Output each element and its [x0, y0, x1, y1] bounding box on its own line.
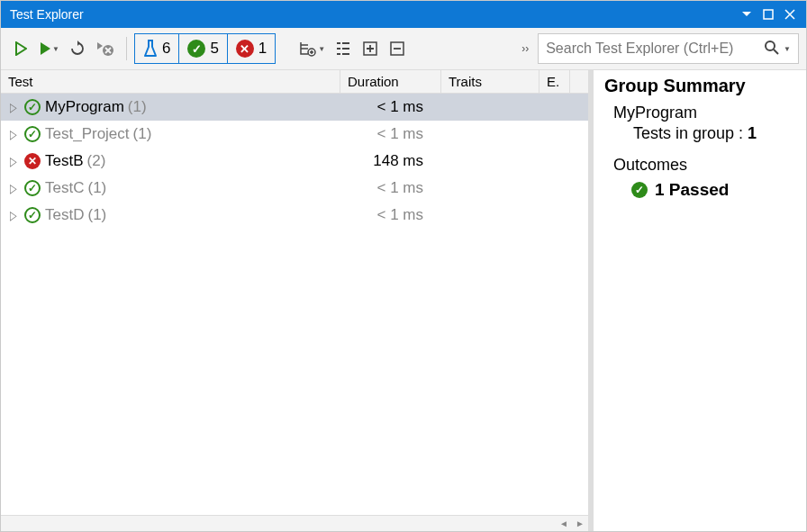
test-list-panel: Test Duration Traits E. ▷MyProgram (1)< …: [1, 70, 594, 531]
test-count-filter-group: 6 ✓ 5 ✕ 1: [134, 33, 276, 64]
test-duration: < 1 ms: [340, 125, 441, 143]
expand-icon[interactable]: ▷: [10, 154, 19, 167]
search-box[interactable]: ▼: [538, 33, 799, 64]
test-count: (2): [87, 152, 106, 170]
test-duration: 148 ms: [340, 152, 441, 170]
test-rows: ▷MyProgram (1)< 1 ms▷Test_Project (1)< 1…: [1, 94, 588, 531]
titlebar: Test Explorer: [1, 1, 806, 28]
playlist-button[interactable]: ▼: [295, 35, 329, 62]
group-by-button[interactable]: [331, 35, 356, 62]
test-count: (1): [133, 125, 152, 143]
fail-icon: [23, 152, 41, 171]
filter-passed-count: 5: [210, 40, 218, 58]
group-name: MyProgram: [613, 104, 795, 122]
scroll-right-icon[interactable]: ►: [572, 518, 588, 528]
test-row[interactable]: ▷MyProgram (1)< 1 ms: [1, 94, 588, 121]
test-row[interactable]: ▷Test_Project (1)< 1 ms: [1, 121, 588, 148]
test-count: (1): [87, 179, 106, 197]
separator: [126, 37, 127, 60]
tests-in-group: Tests in group : 1: [633, 124, 795, 143]
expand-icon[interactable]: ▷: [10, 127, 19, 140]
run-button[interactable]: ▼: [35, 35, 63, 62]
expand-all-button[interactable]: [358, 35, 383, 62]
run-all-button[interactable]: [8, 35, 33, 62]
window-title: Test Explorer: [10, 7, 736, 22]
pass-icon: [23, 125, 41, 144]
flask-icon: [143, 40, 158, 58]
col-traits[interactable]: Traits: [441, 70, 540, 93]
repeat-button[interactable]: [65, 35, 90, 62]
collapse-all-button[interactable]: [385, 35, 410, 62]
filter-failed-count: 1: [258, 40, 267, 58]
test-row[interactable]: ▷TestB (2)148 ms: [1, 148, 588, 175]
test-name: Test_Project: [45, 125, 130, 143]
toolbar: ▼ 6 ✓ 5 ✕ 1 ▼: [1, 28, 806, 70]
scroll-left-icon[interactable]: ◄: [556, 518, 572, 528]
expand-icon[interactable]: ▷: [10, 100, 19, 113]
pass-icon: [23, 206, 41, 225]
pass-icon: [23, 179, 41, 198]
test-duration: < 1 ms: [340, 98, 441, 116]
summary-heading: Group Summary: [604, 76, 795, 96]
filter-all-count: 6: [162, 40, 170, 58]
col-duration[interactable]: Duration: [340, 70, 441, 93]
test-count: (1): [87, 206, 106, 224]
test-name: MyProgram: [45, 98, 124, 116]
pass-icon: [23, 98, 41, 117]
filter-all-button[interactable]: 6: [135, 34, 179, 63]
test-duration: < 1 ms: [340, 206, 441, 224]
test-name: TestC: [45, 179, 84, 197]
search-input[interactable]: [546, 41, 758, 57]
detail-panel: Group Summary MyProgram Tests in group :…: [594, 70, 806, 531]
horizontal-scrollbar[interactable]: ◄ ►: [1, 515, 588, 531]
column-headers: Test Duration Traits E.: [1, 70, 588, 94]
toolbar-overflow-button[interactable]: ››: [518, 35, 532, 62]
col-error[interactable]: E.: [540, 70, 570, 93]
fail-icon: ✕: [236, 40, 254, 58]
test-duration: < 1 ms: [340, 179, 441, 197]
test-name: TestD: [45, 206, 84, 224]
maximize-button[interactable]: [757, 4, 779, 25]
outcomes-heading: Outcomes: [613, 156, 795, 175]
cancel-run-button[interactable]: [92, 35, 119, 62]
chevron-down-icon[interactable]: ▼: [784, 45, 791, 53]
svg-rect-0: [764, 10, 773, 19]
outcome-passed: 1 Passed: [631, 180, 795, 200]
test-row[interactable]: ▷TestD (1)< 1 ms: [1, 202, 588, 229]
pass-icon: ✓: [187, 40, 205, 58]
test-row[interactable]: ▷TestC (1)< 1 ms: [1, 175, 588, 202]
dropdown-button[interactable]: [736, 4, 757, 25]
svg-point-5: [766, 41, 775, 50]
col-test[interactable]: Test: [1, 70, 340, 93]
filter-failed-button[interactable]: ✕ 1: [228, 34, 275, 63]
pass-icon: [631, 182, 648, 198]
chevron-down-icon: ▼: [318, 45, 325, 53]
search-icon[interactable]: [764, 40, 780, 59]
expand-icon[interactable]: ▷: [10, 181, 19, 194]
filter-passed-button[interactable]: ✓ 5: [179, 34, 227, 63]
close-button[interactable]: [779, 4, 801, 25]
expand-icon[interactable]: ▷: [10, 208, 19, 221]
test-name: TestB: [45, 152, 84, 170]
test-count: (1): [128, 98, 147, 116]
chevron-down-icon: ▼: [52, 45, 59, 53]
